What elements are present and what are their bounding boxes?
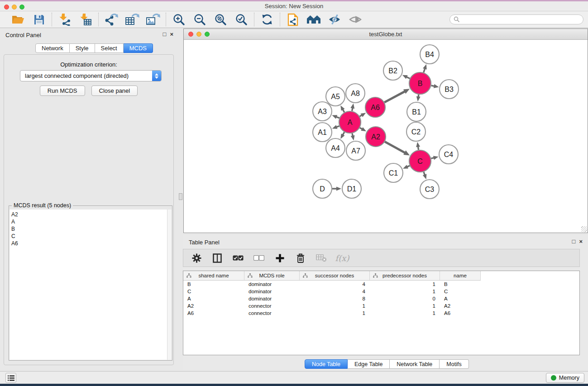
table-cell[interactable]: A — [440, 296, 481, 301]
select-all-button[interactable] — [232, 251, 244, 265]
table-row[interactable]: Adominator80A — [183, 295, 579, 302]
refresh-button[interactable] — [260, 13, 274, 26]
table-cell[interactable]: 1 — [370, 281, 440, 287]
import-network-button[interactable] — [57, 13, 72, 26]
graph-node-A5[interactable]: A5 — [326, 87, 345, 106]
table-cell[interactable]: 8 — [300, 296, 370, 301]
table-cell[interactable]: 0 — [370, 296, 440, 301]
result-list-item[interactable]: A6 — [11, 240, 167, 247]
show-columns-button[interactable] — [211, 251, 223, 265]
table-cell[interactable]: A6 — [183, 310, 244, 316]
tab-network[interactable]: Network — [35, 43, 70, 53]
column-header-name[interactable]: name — [440, 271, 481, 281]
table-cell[interactable]: 4 — [300, 281, 370, 287]
zoom-selected-button[interactable] — [234, 13, 249, 26]
network-document-button[interactable] — [286, 13, 300, 26]
criterion-select[interactable]: largest connected component (directed) — [20, 70, 162, 81]
deselect-all-button[interactable] — [253, 251, 265, 265]
table-cell[interactable]: A — [183, 296, 244, 301]
graph-node-C2[interactable]: C2 — [406, 122, 425, 141]
table-row[interactable]: A6connector11A6 — [183, 310, 579, 317]
graph-node-A7[interactable]: A7 — [346, 141, 365, 160]
graph-node-A1[interactable]: A1 — [313, 123, 332, 142]
graph-node-B1[interactable]: B1 — [407, 102, 426, 121]
table-cell[interactable]: C — [183, 289, 244, 294]
tab-select[interactable]: Select — [95, 43, 124, 53]
table-row[interactable]: Bdominator41B — [183, 281, 579, 288]
tab-node-table[interactable]: Node Table — [305, 359, 348, 369]
table-row[interactable]: A2connector11A2 — [183, 302, 579, 310]
zoom-fit-button[interactable] — [213, 13, 228, 26]
graph-node-C3[interactable]: C3 — [420, 180, 439, 199]
table-settings-button[interactable] — [191, 251, 202, 265]
result-list-item[interactable]: B — [11, 225, 167, 233]
tab-motifs[interactable]: Motifs — [440, 359, 468, 369]
tab-style[interactable]: Style — [70, 43, 95, 53]
graph-node-C4[interactable]: C4 — [439, 145, 458, 164]
add-row-button[interactable] — [274, 251, 286, 265]
graph-node-A2[interactable]: A2 — [366, 127, 386, 147]
graph-node-B4[interactable]: B4 — [420, 45, 439, 64]
table-cell[interactable]: connector — [244, 310, 300, 316]
task-history-button[interactable] — [5, 373, 16, 383]
float-panel-icon[interactable]: □ — [572, 238, 576, 245]
column-header-predecessor-nodes[interactable]: predecessor nodes — [370, 271, 440, 281]
table-cell[interactable]: dominator — [244, 281, 300, 287]
close-panel-icon[interactable]: × — [579, 238, 583, 245]
graph-node-D[interactable]: D — [313, 179, 332, 198]
table-cell[interactable]: 1 — [370, 310, 440, 316]
network-canvas[interactable]: AA1A2A3A4A5A6A7A8BB1B2B3B4CC1C2C3C4DD1 — [184, 40, 588, 233]
result-list-item[interactable]: A2 — [11, 211, 167, 218]
close-panel-button[interactable]: Close panel — [91, 86, 138, 96]
splitter-handle[interactable] — [179, 193, 182, 200]
search-field[interactable] — [449, 14, 583, 24]
delete-row-button[interactable] — [295, 251, 306, 265]
table-cell[interactable]: A2 — [440, 303, 481, 309]
graph-node-A6[interactable]: A6 — [365, 97, 385, 117]
graph-node-A[interactable]: A — [339, 111, 361, 133]
close-panel-icon[interactable]: × — [170, 31, 173, 38]
table-cell[interactable]: 1 — [370, 289, 440, 294]
graph-node-A8[interactable]: A8 — [346, 84, 365, 103]
save-session-button[interactable] — [32, 13, 46, 26]
run-mcds-button[interactable]: Run MCDS — [40, 86, 85, 96]
graph-node-A3[interactable]: A3 — [313, 102, 332, 121]
hide-details-button[interactable] — [327, 13, 342, 26]
table-cell[interactable]: C — [440, 289, 481, 294]
column-header-shared-name[interactable]: shared name — [183, 271, 244, 281]
table-cell[interactable]: 1 — [300, 303, 370, 309]
table-cell[interactable]: B — [183, 281, 244, 287]
home-button[interactable] — [306, 13, 321, 26]
resize-gripper-icon[interactable] — [581, 226, 587, 232]
table-cell[interactable]: A6 — [440, 310, 481, 316]
table-cell[interactable]: connector — [244, 303, 300, 309]
table-cell[interactable]: A2 — [183, 303, 244, 309]
graph-node-D1[interactable]: D1 — [342, 179, 361, 198]
table-cell[interactable]: 1 — [370, 303, 440, 309]
graph-node-B3[interactable]: B3 — [440, 80, 459, 99]
table-cell[interactable]: 1 — [300, 310, 370, 316]
graph-edge-A6-B[interactable] — [384, 91, 405, 102]
table-cell[interactable]: dominator — [244, 289, 300, 294]
column-header-MCDS-role[interactable]: MCDS role — [244, 271, 300, 281]
export-network-button[interactable] — [104, 13, 119, 26]
table-row[interactable]: Cdominator41C — [183, 288, 579, 295]
float-panel-icon[interactable]: □ — [163, 31, 167, 38]
table-cell[interactable]: 4 — [300, 289, 370, 294]
tab-mcds[interactable]: MCDS — [124, 43, 153, 53]
table-cell[interactable]: B — [440, 281, 481, 287]
graph-node-A4[interactable]: A4 — [326, 138, 345, 157]
import-table-button[interactable] — [78, 13, 93, 26]
tab-edge-table[interactable]: Edge Table — [348, 359, 390, 369]
open-session-button[interactable] — [11, 13, 25, 26]
table-cell[interactable]: dominator — [244, 296, 300, 301]
graph-edge-A2-C[interactable] — [385, 142, 405, 153]
export-image-button[interactable] — [146, 13, 160, 26]
zoom-in-button[interactable] — [172, 13, 186, 26]
show-details-button[interactable] — [348, 13, 363, 26]
graph-node-B2[interactable]: B2 — [383, 61, 402, 80]
graph-node-C[interactable]: C — [409, 150, 431, 172]
column-header-successor-nodes[interactable]: successor nodes — [300, 271, 370, 281]
graph-node-B[interactable]: B — [409, 72, 431, 94]
tab-network-table[interactable]: Network Table — [390, 359, 440, 369]
